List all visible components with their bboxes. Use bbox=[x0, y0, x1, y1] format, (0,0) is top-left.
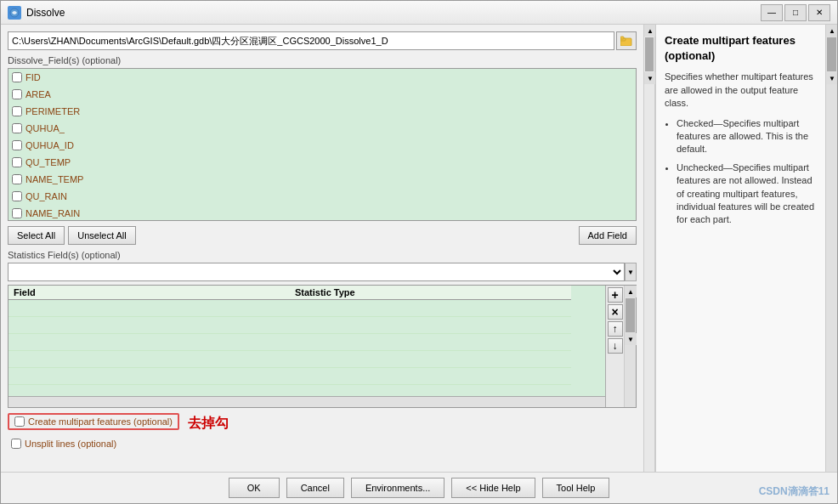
field-list: FID AREA PERIMETER QUHUA_ QUHUA_ID QU_TE… bbox=[8, 69, 636, 221]
create-multipart-label[interactable]: Create multipart features (optional) bbox=[28, 416, 173, 427]
field-buttons-row: Select All Unselect All Add Field bbox=[8, 226, 637, 245]
help-list: Checked—Specifies multipart features are… bbox=[665, 117, 817, 227]
right-scroll-down[interactable]: ▼ bbox=[826, 72, 837, 84]
field-checkbox-quhua_id[interactable] bbox=[12, 140, 22, 150]
field-item: NAME_RAIN bbox=[8, 205, 636, 221]
footer-bar: OK Cancel Environments... << Hide Help T… bbox=[1, 472, 837, 503]
table-row bbox=[8, 300, 571, 317]
table-row bbox=[8, 334, 571, 351]
hide-help-button[interactable]: << Hide Help bbox=[451, 478, 535, 498]
window-title: Dissolve bbox=[26, 7, 761, 19]
main-window: Dissolve — □ ✕ Dissolve_Field bbox=[0, 0, 838, 504]
select-all-button[interactable]: Select All bbox=[8, 226, 65, 245]
left-scroll-thumb bbox=[645, 37, 654, 71]
field-item: FID bbox=[8, 69, 636, 86]
field-label-qu_rain[interactable]: QU_RAIN bbox=[25, 191, 67, 201]
help-description: Specifies whether multipart features are… bbox=[665, 71, 817, 110]
content-body: Dissolve_Field(s) (optional) FID AREA PE… bbox=[1, 25, 837, 472]
field-label-quhua_id[interactable]: QUHUA_ID bbox=[25, 140, 74, 150]
move-down-button[interactable]: ↓ bbox=[608, 338, 623, 354]
stats-field-cell bbox=[8, 368, 290, 385]
table-row bbox=[8, 317, 571, 334]
field-label-area[interactable]: AREA bbox=[25, 89, 51, 99]
field-label-quhua[interactable]: QUHUA_ bbox=[25, 123, 65, 133]
scroll-down-arrow[interactable]: ▼ bbox=[625, 333, 637, 345]
unsplit-lines-checkbox[interactable] bbox=[11, 439, 21, 449]
browse-button[interactable] bbox=[616, 31, 637, 50]
remove-row-button[interactable]: × bbox=[608, 304, 623, 320]
multipart-row: Create multipart features (optional) 去掉勾 bbox=[8, 413, 637, 433]
field-checkbox-name_rain[interactable] bbox=[12, 208, 22, 218]
field-label-name_rain[interactable]: NAME_RAIN bbox=[25, 208, 80, 218]
field-item: NAME_TEMP bbox=[8, 171, 636, 188]
stats-table-inner: Field Statistic Type bbox=[8, 286, 605, 407]
stats-type-cell bbox=[290, 351, 571, 368]
field-checkbox-perimeter[interactable] bbox=[12, 106, 22, 116]
field-label-qu_temp[interactable]: QU_TEMP bbox=[25, 157, 71, 167]
watermark: CSDN滴滴答11 bbox=[759, 484, 830, 499]
table-row bbox=[8, 351, 571, 368]
field-item: QUHUA_ bbox=[8, 120, 636, 137]
stats-scrollbar[interactable]: ▲ ▼ bbox=[624, 286, 636, 407]
svg-rect-3 bbox=[620, 37, 624, 39]
col-field-header: Field bbox=[8, 286, 290, 300]
stats-hscrollbar[interactable] bbox=[8, 396, 605, 407]
add-field-button[interactable]: Add Field bbox=[579, 226, 637, 245]
field-checkbox-fid[interactable] bbox=[12, 72, 22, 82]
cancel-button[interactable]: Cancel bbox=[286, 478, 344, 498]
right-scroll-up[interactable]: ▲ bbox=[826, 25, 837, 37]
field-item: QU_RAIN bbox=[8, 188, 636, 205]
field-label-perimeter[interactable]: PERIMETER bbox=[25, 106, 80, 116]
field-label-fid[interactable]: FID bbox=[25, 72, 41, 82]
field-checkbox-qu_temp[interactable] bbox=[12, 157, 22, 167]
stats-type-cell bbox=[290, 300, 571, 317]
stats-field-cell bbox=[8, 351, 290, 368]
field-checkbox-quhua[interactable] bbox=[12, 123, 22, 133]
stats-actions: + × ↑ ↓ bbox=[605, 286, 624, 407]
main-panel: Dissolve_Field(s) (optional) FID AREA PE… bbox=[1, 25, 643, 472]
stats-dropdown[interactable] bbox=[8, 263, 625, 281]
unsplit-lines-label[interactable]: Unsplit lines (optional) bbox=[25, 439, 116, 449]
unsplit-lines-row: Unsplit lines (optional) bbox=[8, 437, 637, 450]
add-row-button[interactable]: + bbox=[608, 287, 623, 303]
scroll-thumb bbox=[626, 298, 635, 332]
maximize-button[interactable]: □ bbox=[784, 4, 807, 21]
field-checkbox-name_temp[interactable] bbox=[12, 174, 22, 184]
field-item: QU_TEMP bbox=[8, 154, 636, 171]
right-panel-scrollbar[interactable]: ▲ ▼ bbox=[825, 25, 837, 472]
left-panel-scrollbar[interactable]: ▲ ▼ bbox=[643, 25, 655, 472]
help-bullet-checked-text: Checked—Specifies multipart features are… bbox=[677, 118, 808, 155]
unselect-all-button[interactable]: Unselect All bbox=[68, 226, 135, 245]
help-panel: Create multipart features (optional) Spe… bbox=[655, 25, 825, 472]
stats-dropdown-row: ▼ bbox=[8, 263, 637, 281]
table-row bbox=[8, 368, 571, 385]
left-scroll-up[interactable]: ▲ bbox=[644, 25, 656, 37]
field-checkbox-area[interactable] bbox=[12, 89, 22, 99]
col-statistic-header: Statistic Type bbox=[290, 286, 571, 300]
stats-field-cell bbox=[8, 317, 290, 334]
right-scroll-thumb bbox=[827, 37, 836, 71]
title-bar: Dissolve — □ ✕ bbox=[1, 1, 837, 25]
field-label-name_temp[interactable]: NAME_TEMP bbox=[25, 174, 83, 184]
stats-type-cell bbox=[290, 368, 571, 385]
close-button[interactable]: ✕ bbox=[808, 4, 830, 21]
stats-table-wrapper: Field Statistic Type bbox=[8, 285, 637, 408]
stats-table: Field Statistic Type bbox=[8, 286, 571, 385]
file-path-input[interactable] bbox=[8, 31, 614, 50]
move-up-button[interactable]: ↑ bbox=[608, 321, 623, 337]
create-multipart-checkbox[interactable] bbox=[14, 416, 25, 427]
tool-help-button[interactable]: Tool Help bbox=[542, 478, 610, 498]
create-multipart-row: Create multipart features (optional) bbox=[8, 413, 179, 430]
field-item: PERIMETER bbox=[8, 103, 636, 120]
help-bullet-unchecked: Unchecked—Specifies multipart features a… bbox=[677, 161, 817, 227]
help-bullet-checked: Checked—Specifies multipart features are… bbox=[677, 117, 817, 156]
field-checkbox-qu_rain[interactable] bbox=[12, 191, 22, 201]
field-item: AREA bbox=[8, 86, 636, 103]
left-scroll-down[interactable]: ▼ bbox=[644, 72, 656, 84]
ok-button[interactable]: OK bbox=[229, 478, 280, 498]
minimize-button[interactable]: — bbox=[761, 4, 783, 21]
environments-button[interactable]: Environments... bbox=[351, 478, 444, 498]
stats-type-cell bbox=[290, 317, 571, 334]
field-item: QUHUA_ID bbox=[8, 137, 636, 154]
scroll-up-arrow[interactable]: ▲ bbox=[625, 286, 637, 297]
